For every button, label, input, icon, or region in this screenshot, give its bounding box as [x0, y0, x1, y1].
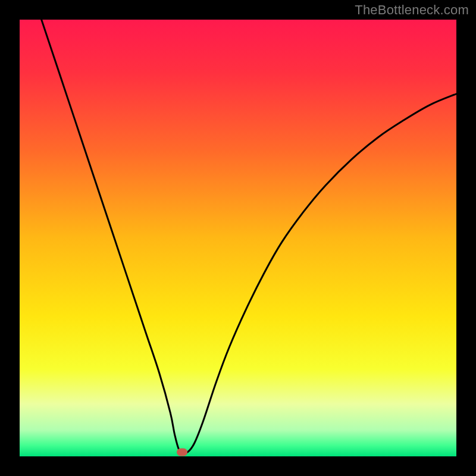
chart-frame: TheBottleneck.com	[0, 0, 476, 476]
bottleneck-curve	[20, 20, 456, 456]
plot-area	[20, 20, 456, 456]
watermark-label: TheBottleneck.com	[355, 2, 469, 18]
minimum-marker	[177, 448, 187, 456]
